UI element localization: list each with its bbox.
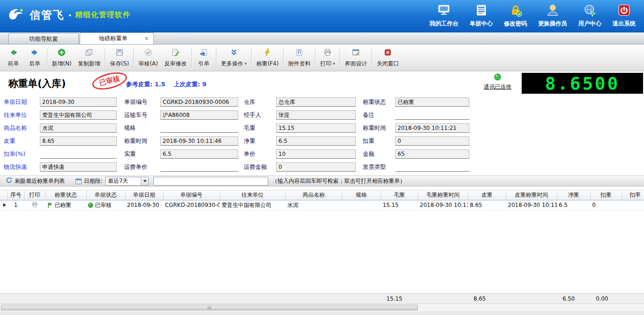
scrollbar-thumb[interactable] <box>1 305 418 310</box>
net-field[interactable] <box>276 136 356 146</box>
warehouse-field[interactable] <box>276 97 356 107</box>
product-field[interactable] <box>40 123 117 133</box>
close-tab-icon[interactable]: × <box>144 33 149 44</box>
more-actions-icon <box>230 48 238 58</box>
col-header-gross[interactable]: 毛重 <box>381 191 418 200</box>
unaudit-button[interactable]: 反审修改 <box>161 46 190 70</box>
nav-exit-system[interactable]: 退出系统 <box>607 3 641 28</box>
col-header-net[interactable]: 净重 <box>557 191 590 200</box>
remark-label: 备注 <box>363 111 395 119</box>
col-header-rate[interactable]: 扣率 <box>622 191 644 200</box>
col-header-weigh-status[interactable]: 称重状态 <box>45 191 86 200</box>
search-input[interactable] <box>153 177 268 186</box>
amount-field[interactable] <box>395 149 469 159</box>
freight-amount-field[interactable] <box>276 162 356 172</box>
unaudit-edit-icon <box>171 48 180 58</box>
col-header-spec[interactable]: 规格 <box>342 191 381 200</box>
audit-button[interactable]: 审核(A) <box>135 46 161 70</box>
save-button[interactable]: 保存(S) <box>107 46 132 70</box>
tab-label: 地磅称重单 <box>99 35 128 42</box>
tare-field[interactable] <box>40 136 117 146</box>
col-header-tare[interactable]: 皮重 <box>468 191 506 200</box>
nav-user-center[interactable]: 用户中心 <box>573 3 607 28</box>
spec-field[interactable] <box>160 123 238 133</box>
logistics-label: 物流快递 <box>4 163 40 171</box>
recent-weighing-grid: 序号 打印 称重状态 单据状态 单据日期 单据编号 往来单位 商品名称 规格 毛… <box>0 190 644 293</box>
horizontal-scrollbar[interactable] <box>0 303 644 311</box>
copy-new-button[interactable]: 复制新增 <box>75 46 103 70</box>
cell-tare: 8.65 <box>468 200 506 210</box>
chevron-down-icon[interactable]: ▾ <box>245 61 247 66</box>
date-range-select[interactable]: 最近7天 <box>105 177 149 186</box>
truck-no-field[interactable] <box>160 110 238 120</box>
pull-doc-button[interactable]: 引单 <box>193 46 215 70</box>
nav-my-workstation[interactable]: 我的工作台 <box>424 3 464 28</box>
comm-status-link[interactable]: 通讯已连接 <box>475 83 520 91</box>
handler-field[interactable] <box>276 110 356 120</box>
col-header-doc-no[interactable]: 单据编号 <box>163 191 220 200</box>
ui-design-button[interactable]: 界面设计 <box>341 46 370 70</box>
tab-weighbridge[interactable]: 地磅称重单 × <box>80 32 154 44</box>
gross-time-field[interactable] <box>160 136 238 146</box>
select-dropdown-button[interactable] <box>141 177 148 185</box>
truck-no-label: 运输车号 <box>124 111 160 119</box>
close-window-button[interactable]: 关闭窗口 <box>373 46 402 70</box>
print-button[interactable]: 打印▾ <box>317 46 338 70</box>
nav-document-center[interactable]: 单据中心 <box>464 3 499 28</box>
attachment-button[interactable]: 附件资料 <box>285 46 314 70</box>
weigh-button[interactable]: 称重(F4) <box>253 46 282 70</box>
ui-design-icon <box>352 48 360 58</box>
deduct-rate-field[interactable] <box>40 149 117 159</box>
cell-deduct: 0 <box>590 200 622 210</box>
remark-field[interactable] <box>395 110 469 120</box>
weigh-status-field[interactable] <box>395 97 469 107</box>
col-header-gross-time[interactable]: 毛重称重时间 <box>418 191 468 200</box>
freight-price-field[interactable] <box>160 162 238 172</box>
form-column-4: 称重状态 备注 称重时间 扣重 金额 发票类型 <box>363 97 469 175</box>
tare-time-field[interactable] <box>395 123 469 133</box>
tab-function-nav[interactable]: 功能导航窗 <box>8 33 79 44</box>
new-button[interactable]: 新增(N) <box>49 46 75 70</box>
net-label: 净重 <box>244 137 276 145</box>
search-hint: （输入内容后回车即可检索；双击可打开相应称重单） <box>272 177 405 185</box>
logo-separator: · <box>68 10 72 21</box>
doc-no-field[interactable] <box>160 97 238 107</box>
actual-weight-field[interactable] <box>160 149 238 159</box>
total-tare: 8.65 <box>468 294 506 303</box>
col-header-tare-time[interactable]: 皮重称重时间 <box>506 191 557 200</box>
partner-field[interactable] <box>40 110 117 120</box>
table-row[interactable]: 1 已称重 已审核 2018-09-30 CGRKD-20180930-0006… <box>0 200 644 210</box>
gross-field[interactable] <box>276 123 356 133</box>
tare-reference-info: 参考皮重: 1.5上次皮重: 9 <box>126 80 215 89</box>
refresh-list-button[interactable]: 刷新最近称重单列表 <box>3 176 68 186</box>
handler-label: 经手人 <box>244 111 276 119</box>
invoice-type-field[interactable] <box>395 162 469 172</box>
col-header-deduct[interactable]: 扣重 <box>590 191 622 200</box>
toolbar-separator <box>191 48 192 68</box>
deduct-weight-field[interactable] <box>395 136 469 146</box>
nav-switch-operator[interactable]: 更换操作员 <box>533 3 573 28</box>
cell-product: 水泥 <box>285 200 342 210</box>
cell-net: 6.5 <box>557 200 590 210</box>
prev-doc-button[interactable]: 前单 <box>3 46 24 70</box>
product-label: 商品名称 <box>4 124 40 132</box>
nav-label: 单据中心 <box>470 20 493 28</box>
col-header-doc-status[interactable]: 单据状态 <box>86 191 125 200</box>
printer-icon <box>323 48 332 58</box>
deduct-weight-label: 扣重 <box>363 137 395 145</box>
col-header-print[interactable]: 打印 <box>24 191 45 200</box>
more-actions-button[interactable]: 更多操作▾ <box>218 46 250 70</box>
logistics-field[interactable] <box>40 162 117 172</box>
print-row-icon[interactable] <box>32 201 38 208</box>
col-header-product[interactable]: 商品名称 <box>285 191 342 200</box>
nav-change-password[interactable]: 修改密码 <box>499 3 533 28</box>
next-doc-button[interactable]: 后单 <box>24 46 45 70</box>
col-header-partner[interactable]: 往来单位 <box>220 191 285 200</box>
chevron-down-icon[interactable]: ▾ <box>333 61 335 66</box>
col-header-date[interactable]: 单据日期 <box>125 191 163 200</box>
col-header-seq[interactable]: 序号 <box>7 191 24 200</box>
doc-date-field[interactable] <box>40 97 117 107</box>
amount-label: 金额 <box>363 150 395 158</box>
weigh-lightning-icon <box>263 48 271 58</box>
unit-price-field[interactable] <box>276 149 356 159</box>
